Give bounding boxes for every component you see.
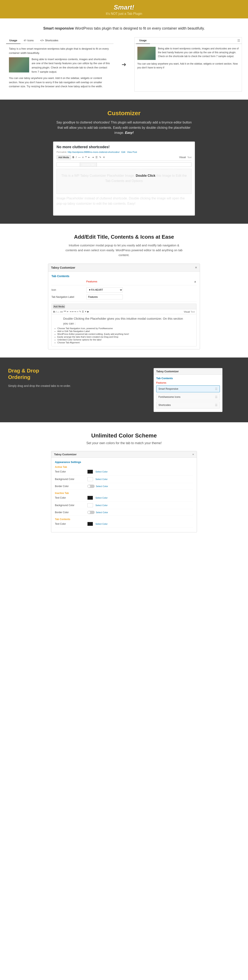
appearance-modal-body: Appearance Settings Active Tab Text Colo… — [51, 458, 197, 532]
toolbar-align[interactable]: ☰ — [96, 156, 98, 159]
visual-tab-modal[interactable]: Visual — [184, 310, 190, 313]
editor-menu[interactable]: ☰ — [82, 310, 84, 313]
edit-link[interactable]: Edit — [122, 151, 125, 153]
active-link[interactable]: Features — [86, 280, 97, 283]
customizer-desc-text: Say goodbye to cluttered shortcodes! Thi… — [56, 121, 192, 134]
modal-editor: Add Media B I — ≡≡ ❝❝ ⇤ ⇥ ⇤⇥ ⇦ ✎ ☰ ✕ ▶ V… — [51, 304, 197, 346]
customizer-section: Customizer Say goodbye to cluttered shor… — [0, 100, 248, 224]
drag-handle-2[interactable]: ☰ — [215, 404, 218, 407]
editor-indent3[interactable]: ⇤⇥ — [72, 310, 76, 313]
editor-intro-text: Double Clicking the Placeholder gives yo… — [63, 316, 185, 326]
tab-shortcodes-icon: </> — [40, 39, 44, 42]
tabs-row-right: Usage ☰ — [134, 37, 242, 44]
wp-tab-inactive[interactable]: Inactive Tab — [80, 162, 97, 167]
modal-editor-content: Double Clicking the Placeholder gives yo… — [52, 314, 196, 346]
editor-play[interactable]: ▶ — [87, 310, 89, 313]
toolbar-outdent[interactable]: ⇥ — [92, 156, 94, 159]
visual-tab[interactable]: Visual — [179, 156, 186, 159]
inactive-text-color-row: Text Color Select Color — [55, 496, 193, 502]
collapse-icon[interactable]: ▲ — [194, 280, 197, 283]
toolbar-b[interactable]: B — [72, 156, 74, 159]
editor-indent1[interactable]: ⇤ — [67, 310, 69, 313]
active-text-color-btn[interactable]: Select Color — [96, 471, 107, 473]
drag-right: Tabsy Customizer Tab Contents Features S… — [128, 358, 248, 422]
header-subtitle: It's NOT just a Tab Plugin — [0, 12, 248, 16]
bullet-5: Choose Tab Alignment — [58, 341, 194, 344]
demo-left: Usage 🏷 Icons </> Shortcodes Tabsy is a … — [6, 37, 114, 92]
text-tab-modal[interactable]: Text — [190, 310, 195, 313]
drag-desc: Simply drag and drop the created tabs to… — [8, 383, 120, 388]
toolbar-remove[interactable]: ✕ — [103, 156, 105, 159]
toolbar-indent[interactable]: ⇤ — [88, 156, 90, 159]
drag-title-line1: Drag & Drop — [8, 368, 39, 374]
editor-i[interactable]: I — [56, 310, 56, 313]
demo-right-text2: You can use tabsy anywhere you want. Add… — [138, 62, 239, 70]
tabsy-modal-title: Tabsy Customizer — [51, 266, 75, 269]
editor-quote[interactable]: ❝❝ — [64, 310, 66, 313]
appearance-close-icon[interactable]: × — [192, 453, 194, 456]
permalink-url[interactable]: http://wordpress:8888/no-more-cluttered-… — [68, 151, 120, 153]
editor-indent2[interactable]: ⇥ — [69, 310, 71, 313]
demo-right-content: Being able to insert wordpress contents,… — [134, 44, 242, 72]
mini-active-item[interactable]: Features — [156, 382, 220, 384]
tab-icons[interactable]: 🏷 Icons — [21, 37, 37, 44]
mini-drag-item-0[interactable]: Smart Responsive ☰ — [156, 385, 220, 392]
editor-list[interactable]: ≡≡ — [60, 310, 63, 313]
active-border-label: Border Color — [55, 485, 87, 488]
mini-drag-item-1[interactable]: FontAwesome Icons ☰ — [156, 393, 220, 401]
tab-right-menu-icon[interactable]: ☰ — [237, 39, 240, 43]
drag-handle-1[interactable]: ☰ — [215, 395, 218, 399]
icon-select[interactable]: ♥ FA-HEART — [86, 287, 123, 293]
inactive-bg-row: Background Color Select Color — [55, 503, 193, 509]
mini-item-1-label: FontAwesome Icons — [158, 396, 181, 398]
toolbar-i[interactable]: I — [76, 156, 77, 159]
tab-contents-text-btn[interactable]: Select Color — [96, 523, 107, 525]
view-post-link[interactable]: View Post — [127, 151, 137, 153]
close-icon[interactable]: × — [195, 266, 197, 269]
tab-shortcodes[interactable]: </> Shortcodes — [37, 37, 62, 44]
editor-b[interactable]: B — [53, 310, 55, 313]
appearance-modal-header: Tabsy Customizer × — [51, 451, 197, 458]
demo-img-text: Being able to insert wordpress contents,… — [9, 57, 110, 74]
tab-nav-input[interactable] — [86, 294, 123, 299]
add-media-btn[interactable]: Add Media — [56, 155, 71, 159]
inactive-text-btn[interactable]: Select Color — [96, 496, 107, 499]
inactive-border-toggle[interactable] — [87, 511, 94, 514]
wp-tab-inactive-label: Inactive Tab — [82, 163, 94, 166]
wp-placeholder: This is a WP Tabsy Customizer Placeholde… — [56, 169, 192, 194]
editor-pen[interactable]: ✎ — [79, 310, 81, 313]
inactive-bg-label: Background Color — [55, 504, 87, 507]
tab-right-usage-label: Usage — [139, 39, 147, 42]
toolbar-quote[interactable]: ❝ — [85, 156, 86, 159]
active-bg-btn[interactable]: Select Color — [96, 478, 107, 480]
wp-placeholder-text: This is a WP Tabsy Customizer Placeholde… — [61, 173, 187, 183]
customizer-desc: Say goodbye to cluttered shortcodes! Thi… — [55, 120, 193, 135]
wp-tab-placeholder[interactable]: Tabsy Placeholder — [57, 162, 80, 167]
editor-dash[interactable]: — — [57, 310, 59, 313]
tab-shortcodes-label: Shortcodes — [45, 39, 58, 42]
demo-left-text2: You can use tabsy anywhere you want. Add… — [9, 76, 110, 89]
toolbar-dash[interactable]: — — [78, 156, 81, 159]
tabsy-modal: Tabsy Customizer × Tab Contents Features… — [48, 264, 200, 349]
editor-close[interactable]: ✕ — [85, 310, 86, 313]
icon-label: Icon — [51, 288, 84, 291]
modal-editor-toolbar-row: Add Media — [52, 304, 196, 309]
wp-toolbar: Add Media B I — ≡ ❝ ⇤ ⇥ ☰ ✎ ✕ Visual Tex… — [56, 155, 192, 161]
active-border-btn[interactable]: Select Color — [96, 485, 108, 487]
drag-section: Drag & Drop Ordering Simply drag and dro… — [0, 358, 248, 422]
inactive-bg-btn[interactable]: Select Color — [96, 504, 107, 506]
drag-handle-0[interactable]: ☰ — [215, 387, 218, 390]
toolbar-list[interactable]: ≡ — [82, 156, 84, 159]
toolbar-link[interactable]: ✎ — [99, 156, 101, 159]
tab-right-usage[interactable]: Usage — [136, 37, 150, 44]
text-tab[interactable]: Text — [187, 156, 192, 159]
tab-usage[interactable]: Usage — [6, 37, 21, 44]
add-media-btn-modal[interactable]: Add Media — [53, 305, 65, 308]
bullet-2: WordPress Editor powered tab content edi… — [58, 333, 194, 335]
add-edit-title: Add/Edit Title, Contents & Icons at Ease — [12, 234, 236, 240]
mini-drag-item-2[interactable]: Shortcodes ☰ — [156, 402, 220, 409]
active-border-toggle[interactable] — [87, 485, 94, 488]
editor-back[interactable]: ⇦ — [77, 310, 78, 313]
inactive-border-btn[interactable]: Select Color — [96, 511, 108, 514]
active-text-color-label: Text Color — [55, 470, 87, 473]
